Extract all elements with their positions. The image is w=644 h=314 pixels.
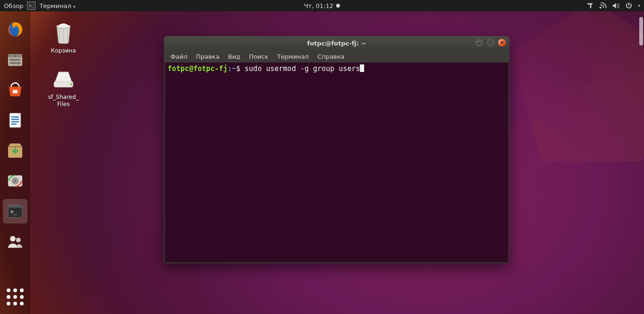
system-tray[interactable]: ▾ [587, 2, 640, 9]
svg-rect-5 [9, 62, 20, 64]
top-bar: Обзор Терминал ▾ Чт, 01:12 ▾ [0, 0, 644, 11]
desktop: Обзор Терминал ▾ Чт, 01:12 ▾ [0, 0, 644, 314]
terminal-body[interactable]: fotpc@fotpc-fj:~$ sudo usermod -g group … [165, 63, 509, 262]
clock-button[interactable]: Чт, 01:12 [304, 2, 340, 9]
software-center-icon[interactable] [3, 78, 27, 102]
prompt-path: ~ [232, 64, 236, 73]
terminal-icon [27, 1, 36, 10]
svg-text:>_: >_ [10, 208, 18, 215]
desktop-icons: Корзина sf_Shared_ Files [43, 19, 84, 119]
svg-rect-26 [489, 41, 492, 44]
files-icon[interactable] [3, 47, 27, 72]
input-source-icon[interactable] [587, 2, 593, 9]
svg-rect-10 [11, 117, 19, 118]
users-icon[interactable] [3, 229, 27, 254]
close-button[interactable] [498, 39, 506, 46]
window-title: fotpc@fotpc-fj: ~ [307, 40, 367, 47]
power-icon[interactable] [626, 2, 632, 9]
window-menubar: Файл Правка Вид Поиск Терминал Справка [164, 50, 510, 63]
svg-rect-4 [9, 59, 20, 61]
text-cursor [360, 64, 364, 72]
menu-edit[interactable]: Правка [192, 52, 223, 61]
svg-rect-7 [13, 90, 18, 93]
apps-grid-icon[interactable] [3, 285, 27, 309]
svg-point-6 [14, 55, 16, 57]
svg-point-0 [599, 7, 601, 9]
prompt-suffix: $ [236, 64, 241, 73]
chevron-down-icon: ▾ [638, 3, 640, 8]
icon-label: Корзина [43, 47, 84, 54]
menu-view[interactable]: Вид [224, 52, 244, 61]
svg-rect-25 [477, 43, 481, 44]
svg-rect-18 [8, 205, 22, 208]
prompt-userhost: fotpc@fotpc-fj [168, 64, 227, 73]
firefox-icon[interactable] [3, 17, 27, 42]
menu-search[interactable]: Поиск [245, 52, 272, 61]
chevron-down-icon: ▾ [73, 4, 76, 9]
window-titlebar[interactable]: fotpc@fotpc-fj: ~ [164, 36, 510, 50]
terminal-window: fotpc@fotpc-fj: ~ Файл Правка Вид Поиск … [164, 36, 510, 263]
disks-icon[interactable] [3, 169, 27, 193]
minimize-button[interactable] [475, 39, 483, 46]
terminal-icon[interactable]: >_ [3, 199, 27, 224]
menu-file[interactable]: Файл [167, 52, 191, 61]
svg-point-24 [70, 83, 72, 85]
app-menu-button[interactable]: Терминал ▾ [39, 2, 75, 9]
network-icon[interactable] [599, 2, 607, 9]
scroll-thumb[interactable] [639, 17, 643, 45]
volume-icon[interactable] [612, 2, 620, 9]
maximize-button[interactable] [487, 39, 494, 46]
notification-dot-icon [336, 4, 340, 8]
svg-point-16 [14, 180, 16, 181]
terminal-command: sudo usermod -g group users [245, 64, 360, 73]
page-scrollbar[interactable] [635, 11, 644, 314]
menu-help[interactable]: Справка [313, 52, 348, 61]
libreoffice-writer-icon[interactable] [3, 108, 27, 133]
svg-point-20 [10, 236, 16, 242]
svg-rect-13 [11, 124, 17, 125]
activities-button[interactable]: Обзор [4, 2, 23, 9]
svg-rect-11 [11, 119, 19, 120]
menu-terminal[interactable]: Терминал [273, 52, 313, 61]
svg-rect-12 [11, 121, 19, 122]
svg-point-21 [16, 238, 21, 242]
icon-label: sf_Shared_ Files [43, 94, 84, 108]
wallpaper-decor [502, 0, 644, 170]
download-icon[interactable] [3, 138, 27, 163]
svg-rect-8 [9, 113, 20, 127]
trash-icon[interactable]: Корзина [43, 19, 84, 54]
dock: >_ [0, 11, 30, 314]
shared-drive-icon[interactable]: sf_Shared_ Files [43, 65, 84, 108]
